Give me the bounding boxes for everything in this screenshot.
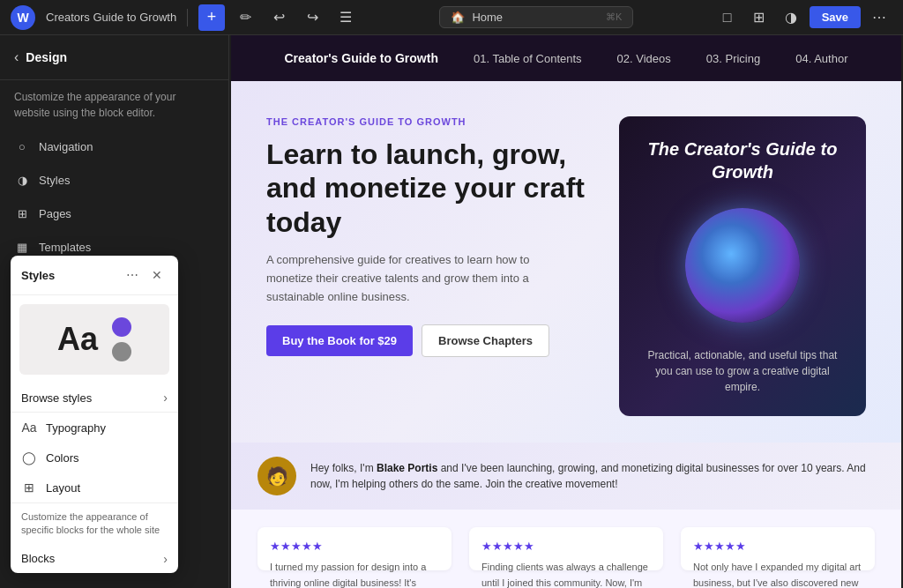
styles-popup-title: Styles	[21, 269, 55, 282]
site-name: Creators Guide to Growth	[46, 11, 176, 24]
add-block-button[interactable]: +	[198, 4, 225, 31]
book-card: The Creator's Guide to Growth Practical,…	[619, 116, 866, 416]
hero-description: A comprehensive guide for creatives to l…	[266, 251, 549, 306]
design-panel-header: ‹ Design	[0, 35, 228, 80]
review-text-1: I turned my passion for design into a th…	[270, 560, 439, 588]
templates-icon: ▦	[14, 239, 30, 255]
sidebar-item-styles[interactable]: ◑ Styles	[0, 163, 228, 197]
layout-label: Layout	[46, 481, 80, 495]
toolbar-right: □ ⊞ ◑ Save ⋯	[714, 4, 892, 31]
hero-buttons: Buy the Book for $29 Browse Chapters	[266, 324, 593, 357]
save-button[interactable]: Save	[810, 6, 861, 28]
color-dot-purple	[112, 317, 131, 337]
canvas-area: Creator's Guide to Growth 01. Table of C…	[229, 35, 903, 588]
layout-button[interactable]: ⊞	[746, 4, 772, 31]
redo-button[interactable]: ↪	[299, 4, 325, 31]
navigation-icon: ○	[14, 138, 30, 154]
toolbar-center: 🏠 Home ⌘K	[366, 6, 707, 28]
typography-row[interactable]: Aa Typography	[11, 413, 178, 443]
theme-toggle-button[interactable]: ◑	[778, 4, 804, 31]
testimonial-text: Hey folks, I'm Blake Portis and I've bee…	[310, 460, 875, 492]
undo-button[interactable]: ↩	[265, 4, 292, 31]
styles-preview: Aa	[19, 304, 169, 375]
styles-footer-text: Customize the appearance of specific blo…	[11, 502, 178, 545]
canvas-frame: Creator's Guide to Growth 01. Table of C…	[231, 35, 901, 588]
edit-button[interactable]: ✏	[232, 4, 258, 31]
review-stars-3: ★★★★★	[693, 540, 862, 553]
review-text-3: Not only have I expanded my digital art …	[693, 560, 862, 588]
buy-button[interactable]: Buy the Book for $29	[266, 325, 413, 356]
hero-left: THE CREATOR'S GUIDE TO GROWTH Learn to l…	[266, 116, 593, 357]
reviews-section: ★★★★★ I turned my passion for design int…	[231, 510, 901, 588]
browse-styles-row[interactable]: Browse styles ›	[11, 383, 178, 413]
book-card-title: The Creator's Guide to Growth	[640, 138, 845, 183]
styles-popup-header: Styles ⋯ ✕	[11, 256, 178, 295]
styles-preview-dots	[112, 317, 131, 361]
toolbar: W Creators Guide to Growth + ✏ ↩ ↪ ☰ 🏠 H…	[0, 0, 903, 35]
styles-popup-actions: ⋯ ✕	[122, 264, 168, 286]
hero-section: THE CREATOR'S GUIDE TO GROWTH Learn to l…	[231, 81, 901, 443]
wp-logo[interactable]: W	[11, 5, 35, 30]
nav-link-videos[interactable]: 02. Videos	[617, 52, 671, 65]
sidebar-item-pages[interactable]: ⊞ Pages	[0, 197, 228, 230]
layout-row[interactable]: ⊞ Layout	[11, 473, 178, 502]
review-stars-1: ★★★★★	[270, 540, 439, 553]
toolbar-separator	[187, 9, 188, 26]
browse-styles-arrow: ›	[163, 391, 168, 405]
pages-icon: ⊞	[14, 205, 30, 221]
typography-label: Typography	[46, 421, 106, 435]
hero-title: Learn to launch, grow, and monetize your…	[266, 138, 593, 239]
colors-row[interactable]: ◯ Colors	[11, 443, 178, 473]
layout-icon: ⊞	[21, 480, 37, 495]
hero-right: The Creator's Guide to Growth Practical,…	[619, 116, 866, 416]
styles-close-button[interactable]: ✕	[146, 264, 168, 286]
review-card-1: ★★★★★ I turned my passion for design int…	[257, 527, 452, 570]
styles-icon: ◑	[14, 172, 30, 188]
styles-more-button[interactable]: ⋯	[122, 264, 143, 286]
menu-button[interactable]: ☰	[332, 4, 359, 31]
styles-preview-text: Aa	[57, 321, 98, 358]
review-stars-2: ★★★★★	[481, 540, 651, 553]
back-button[interactable]: ‹	[14, 49, 19, 65]
styles-popup: Styles ⋯ ✕ Aa Browse styles › Aa Typogra…	[11, 256, 178, 573]
color-dot-gray	[112, 342, 131, 361]
blocks-row[interactable]: Blocks ›	[11, 545, 178, 573]
typography-icon: Aa	[21, 420, 37, 435]
nav-link-pricing[interactable]: 03. Pricing	[706, 52, 760, 65]
url-label: Home	[472, 11, 503, 24]
sidebar-item-label: Templates	[39, 241, 91, 254]
more-options-button[interactable]: ⋯	[866, 4, 892, 31]
nav-link-toc[interactable]: 01. Table of Contents	[474, 52, 582, 65]
review-text-2: Finding clients was always a challenge u…	[481, 560, 651, 588]
url-bar[interactable]: 🏠 Home ⌘K	[439, 6, 633, 28]
hero-tag: THE CREATOR'S GUIDE TO GROWTH	[266, 116, 593, 127]
browse-chapters-button[interactable]: Browse Chapters	[422, 324, 549, 357]
testimonial-name: Blake Portis	[377, 462, 437, 474]
testimonial-strip: 🧑 Hey folks, I'm Blake Portis and I've b…	[231, 443, 901, 510]
avatar-image: 🧑	[266, 465, 288, 487]
main-area: ‹ Design Customize the appearance of you…	[0, 35, 903, 588]
book-orb-visual	[685, 208, 800, 323]
design-panel-title: Design	[26, 50, 67, 64]
site-navigation: Creator's Guide to Growth 01. Table of C…	[231, 35, 901, 81]
sidebar-item-navigation[interactable]: ○ Navigation	[0, 130, 228, 163]
sidebar-item-label: Pages	[39, 207, 71, 220]
url-shortcut: ⌘K	[606, 11, 622, 23]
sidebar-item-label: Styles	[39, 174, 70, 187]
home-icon: 🏠	[451, 11, 465, 24]
blocks-arrow: ›	[163, 552, 168, 566]
nav-link-author[interactable]: 04. Author	[795, 52, 847, 65]
browse-styles-label: Browse styles	[21, 391, 92, 405]
book-card-description: Practical, actionable, and useful tips t…	[640, 347, 845, 395]
nav-brand: Creator's Guide to Growth	[285, 51, 438, 65]
design-panel-description: Customize the appearance of your website…	[0, 80, 228, 130]
review-card-2: ★★★★★ Finding clients was always a chall…	[469, 527, 663, 570]
colors-icon: ◯	[21, 450, 37, 465]
blocks-label: Blocks	[21, 552, 55, 565]
preview-button[interactable]: □	[714, 4, 741, 31]
review-card-3: ★★★★★ Not only have I expanded my digita…	[681, 527, 875, 570]
colors-label: Colors	[46, 451, 79, 465]
sidebar-item-label: Navigation	[39, 140, 93, 153]
avatar: 🧑	[257, 457, 296, 495]
